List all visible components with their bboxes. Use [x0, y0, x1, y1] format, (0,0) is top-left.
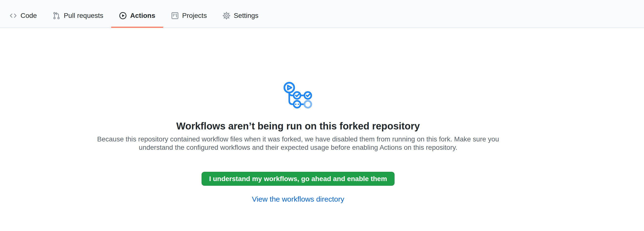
tab-code[interactable]: Code [2, 4, 45, 28]
play-icon [119, 12, 127, 20]
gear-icon [222, 12, 230, 20]
repo-nav: Code Pull requests [0, 0, 644, 28]
tab-label: Projects [182, 12, 207, 19]
tab-label: Actions [130, 12, 156, 19]
tab-label: Code [20, 12, 37, 19]
project-icon [171, 12, 179, 20]
workflow-graph-icon [0, 82, 596, 109]
main-content: Workflows aren’t being run on this forke… [0, 28, 596, 203]
tab-label: Settings [234, 12, 258, 19]
tab-pull-requests[interactable]: Pull requests [45, 4, 111, 28]
button-row: I understand my workflows, go ahead and … [0, 152, 596, 186]
blankslate-heading: Workflows aren’t being run on this forke… [0, 120, 596, 132]
enable-workflows-button[interactable]: I understand my workflows, go ahead and … [202, 172, 394, 186]
actions-disabled-page: Code Pull requests [0, 0, 644, 231]
tab-projects[interactable]: Projects [163, 4, 215, 28]
blankslate-description: Because this repository contained workfl… [94, 135, 502, 152]
git-pull-request-icon [52, 12, 60, 20]
link-row: View the workflows directory [0, 195, 596, 203]
tab-label: Pull requests [64, 12, 103, 19]
view-workflows-link[interactable]: View the workflows directory [252, 195, 344, 203]
tab-actions[interactable]: Actions [111, 4, 163, 28]
workflows-blankslate: Workflows aren’t being run on this forke… [0, 82, 596, 203]
tab-settings[interactable]: Settings [215, 4, 266, 28]
code-icon [9, 12, 17, 20]
